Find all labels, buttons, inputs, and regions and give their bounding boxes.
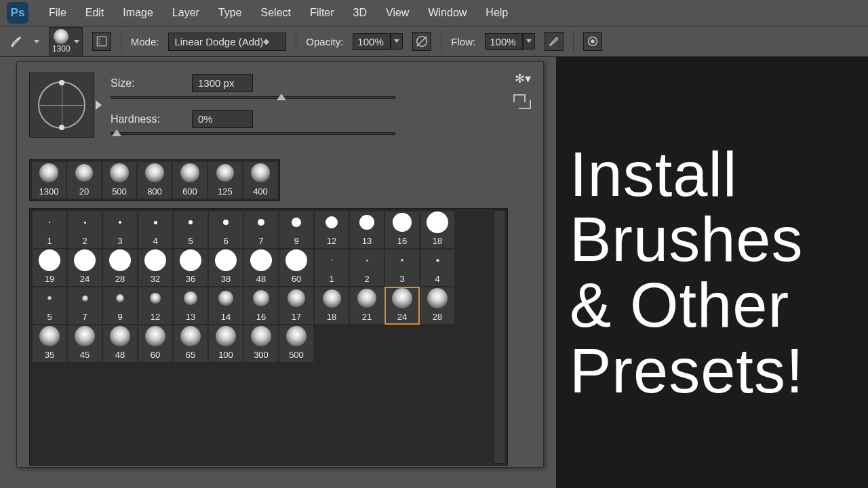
brush-preset-item[interactable]: 18 [420, 211, 454, 248]
brush-preset-item[interactable]: 1300 [32, 162, 66, 199]
brush-size-label: 28 [433, 312, 442, 322]
brush-size-label: 18 [327, 312, 336, 322]
brush-preset-item[interactable]: 600 [173, 162, 207, 199]
brush-preset-item[interactable]: 24 [68, 249, 102, 286]
size-input[interactable] [192, 74, 253, 92]
flow-caret[interactable] [523, 33, 535, 49]
brush-dot-icon [150, 293, 161, 304]
brush-dot-icon [393, 213, 412, 232]
brush-preset-item[interactable]: 28 [103, 249, 137, 286]
menu-item-help[interactable]: Help [476, 3, 517, 23]
blend-mode-select[interactable]: Linear Dodge (Add) ◆ [168, 33, 286, 51]
brush-preset-item[interactable]: 60 [138, 325, 172, 362]
brush-preset-item[interactable]: 38 [209, 249, 243, 286]
brush-preset-item[interactable]: 12 [315, 211, 349, 248]
brush-preset-item[interactable]: 1 [315, 249, 349, 286]
brush-preset-item[interactable]: 24 [385, 287, 419, 324]
brush-preset-item[interactable]: 5 [174, 211, 208, 248]
brush-preset-item[interactable]: 100 [209, 325, 243, 362]
menu-item-type[interactable]: Type [209, 3, 252, 23]
scrollbar-vertical[interactable] [494, 210, 506, 464]
brush-preset-item[interactable]: 125 [208, 162, 242, 199]
brush-preset-item[interactable]: 60 [279, 249, 313, 286]
brush-preset-item[interactable]: 500 [279, 325, 313, 362]
pressure-size-icon[interactable] [583, 32, 602, 51]
brush-grid-container: 1234567912131618192428323638486012345791… [29, 208, 508, 466]
menu-item-select[interactable]: Select [252, 3, 300, 23]
menu-item-layer[interactable]: Layer [163, 3, 209, 23]
brush-preset-item[interactable]: 16 [244, 287, 278, 324]
hardness-input[interactable] [192, 110, 253, 128]
brush-preset-picker[interactable]: 1300 [49, 27, 83, 56]
flow-label: Flow: [451, 36, 475, 47]
brush-preset-item[interactable]: 48 [103, 325, 137, 362]
brush-dot-icon [427, 211, 448, 233]
brush-preset-item[interactable]: 4 [138, 211, 172, 248]
brush-preset-item[interactable]: 48 [244, 249, 278, 286]
pressure-opacity-icon[interactable] [412, 32, 431, 51]
promo-line: Install [570, 142, 804, 207]
toggle-brush-panel-button[interactable] [92, 32, 111, 51]
brush-preset-item[interactable]: 400 [243, 162, 277, 199]
brush-preset-item[interactable]: 14 [209, 287, 243, 324]
opacity-caret[interactable] [391, 33, 403, 49]
brush-preset-item[interactable]: 3 [103, 211, 137, 248]
slider-thumb-icon[interactable] [277, 94, 286, 100]
brush-dot-icon [145, 163, 164, 182]
brush-size-label: 32 [151, 274, 160, 284]
brush-preset-item[interactable]: 16 [385, 211, 419, 248]
brush-preset-item[interactable]: 1 [33, 211, 66, 248]
brush-preset-item[interactable]: 3 [385, 249, 419, 286]
brush-dot-icon [218, 291, 233, 306]
brush-preset-item[interactable]: 32 [138, 249, 172, 286]
brush-preset-item[interactable]: 5 [33, 287, 66, 324]
brush-preset-item[interactable]: 35 [33, 325, 66, 362]
brush-preset-item[interactable]: 2 [350, 249, 384, 286]
hardness-slider[interactable] [111, 132, 395, 135]
brush-dot-icon [180, 163, 199, 182]
size-slider[interactable] [111, 96, 395, 99]
brush-preset-item[interactable]: 12 [138, 287, 172, 324]
menu-item-3d[interactable]: 3D [344, 3, 376, 23]
brush-preset-item[interactable]: 13 [350, 211, 384, 248]
menu-item-window[interactable]: Window [418, 3, 476, 23]
brush-preset-item[interactable]: 6 [209, 211, 243, 248]
menu-item-image[interactable]: Image [113, 3, 162, 23]
brush-preset-item[interactable]: 17 [279, 287, 313, 324]
brush-size-label: 21 [362, 312, 372, 322]
opacity-input[interactable] [353, 33, 391, 50]
menu-item-view[interactable]: View [376, 3, 418, 23]
brush-preset-item[interactable]: 20 [67, 162, 101, 199]
brush-preset-item[interactable]: 65 [174, 325, 208, 362]
brush-preset-item[interactable]: 2 [68, 211, 102, 248]
brush-preset-item[interactable]: 9 [103, 287, 137, 324]
brush-angle-preview[interactable] [29, 73, 94, 138]
brush-preset-item[interactable]: 7 [244, 211, 278, 248]
tool-dropdown-caret[interactable] [34, 40, 39, 43]
brush-preset-item[interactable]: 18 [315, 287, 349, 324]
menu-item-file[interactable]: File [39, 3, 76, 23]
brush-size-label: 5 [188, 236, 193, 246]
brush-preset-item[interactable]: 28 [420, 287, 454, 324]
brush-preset-item[interactable]: 45 [68, 325, 102, 362]
gear-icon[interactable]: ✻▾ [515, 71, 531, 86]
brush-preset-item[interactable]: 300 [244, 325, 278, 362]
brush-preset-item[interactable]: 21 [350, 287, 384, 324]
brush-size-label: 24 [80, 274, 90, 284]
slider-thumb-icon[interactable] [112, 129, 121, 136]
menu-item-filter[interactable]: Filter [300, 3, 344, 23]
flow-input[interactable] [485, 33, 523, 50]
airbrush-icon[interactable] [545, 32, 564, 51]
brush-preset-item[interactable]: 9 [279, 211, 313, 248]
brush-preset-item[interactable]: 800 [138, 162, 172, 199]
menu-item-edit[interactable]: Edit [76, 3, 114, 23]
new-preset-icon[interactable] [519, 100, 531, 109]
brush-preset-item[interactable]: 36 [174, 249, 208, 286]
brush-preset-item[interactable]: 7 [68, 287, 102, 324]
brush-preset-item[interactable]: 500 [102, 162, 136, 199]
brush-preset-item[interactable]: 13 [174, 287, 208, 324]
brush-preset-item[interactable]: 4 [420, 249, 454, 286]
brush-tool-icon[interactable] [8, 33, 24, 49]
brush-dot-icon [258, 219, 264, 226]
brush-preset-item[interactable]: 19 [33, 249, 66, 286]
